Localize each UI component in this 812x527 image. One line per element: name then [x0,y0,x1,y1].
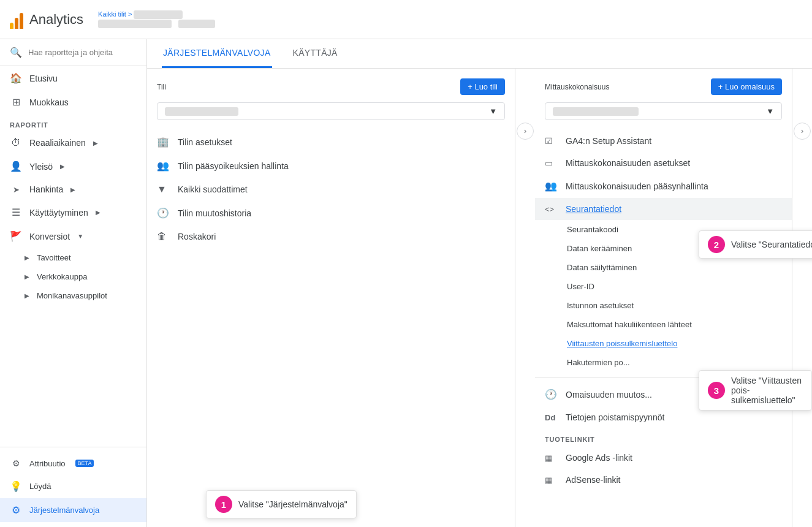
create-omaisuus-button[interactable]: + Luo omaisuus [711,78,782,95]
mittauskokonaisuuden-pasynhallinta-item[interactable]: 👥 Mittauskokonaisuuden pääsynhallinta [535,174,792,198]
sidebar-item-label: Verkkokauppa [37,272,87,281]
sidebar-item-label: Reaaliaikainen [29,138,86,148]
sidebar-item-label: Löydä [29,482,51,491]
home-icon: 🏠 [10,72,22,84]
tilin-paasyoikeuksien-hallinta-item[interactable]: 👥 Tilin pääsyoikeuksien hallinta [147,154,515,178]
seurantatiedot-item[interactable]: <> Seurantatiedot [535,198,792,220]
chevron-down-icon: ▼ [489,107,497,116]
breadcrumb-link[interactable]: Kaikki tilit > [98,10,132,18]
annotation-number-1: 1 [215,496,232,513]
chevron-down-icon: ▼ [766,107,774,116]
viittausten-poissulkemisluettelo-item[interactable]: Viittausten poissulkemisluettelo [535,334,792,353]
chevron-right-icon: ▶ [70,186,75,193]
sidebar-item-label: Konversiot [29,232,70,241]
history-icon2: 🕐 [545,389,558,400]
acquisition-icon: ➤ [10,185,22,194]
sidebar-item-jarjestelmänvalvoja[interactable]: ⚙ Järjestelmänvalvoja [0,498,146,522]
top-bar: Analytics Kaikki tilit > [0,0,812,39]
sidebar-item-yleiso[interactable]: 👤 Yleisö ▶ [0,154,146,178]
property-name [98,19,215,29]
tabs-bar: JÄRJESTELMÄNVALVOJA KÄYTTÄJÄ [147,39,812,69]
sidebar-item-konversiot[interactable]: 🚩 Konversiot ▼ [0,224,146,248]
adsense-linkit-item[interactable]: ▦ AdSense-linkit [535,469,792,491]
breadcrumb-top: Kaikki tilit > [98,10,215,19]
annotation-bubble-1: 1 Valitse "Järjestelmänvalvoja" [206,490,357,518]
menu-item-label: Tilin asetukset [178,137,232,147]
column-divider-1: › [515,69,535,527]
property-name-blurred [98,20,172,28]
istunnon-asetukset-item[interactable]: Istunnon asetukset [535,296,792,315]
sidebar-nav: 🏠 Etusivu ⊞ Muokkaus RAPORTIT ⏱ Reaaliai… [0,66,146,447]
mittauskokonaisuus-column: Mittauskokonaisuus + Luo omaisuus ▼ ☑ GA… [535,69,792,527]
sidebar-item-muokkaus[interactable]: ⊞ Muokkaus [0,90,146,114]
main-layout: 🔍 🏠 Etusivu ⊞ Muokkaus RAPORTIT ⏱ Reaali… [0,39,812,527]
chevron-right-icon: ▶ [25,273,29,280]
seurantatiedot-link[interactable]: Seurantatiedot [566,204,621,214]
tili-column-header: Tili + Luo tili [147,78,515,102]
conversions-icon: 🚩 [10,230,22,242]
kaikki-suodattimet-item[interactable]: ▼ Kaikki suodattimet [147,178,515,201]
filter-icon: ▼ [157,184,170,195]
history-icon: 🕐 [157,207,170,219]
search-icon: 🔍 [10,47,22,58]
forward-arrow-button[interactable]: › [517,123,534,140]
search-input[interactable] [28,48,137,57]
annotation-1-container: 1 Valitse "Järjestelmänvalvoja" [206,490,357,518]
realtime-icon: ⏱ [10,137,22,148]
mittauskokonaisuuden-asetukset-item[interactable]: ▭ Mittauskokonaisuuden asetukset [535,152,792,174]
konversiot-children: ▶ Tavoitteet ▶ Verkkokauppa ▶ Monikanava… [0,248,146,305]
sidebar-item-label: Muokkaus [29,97,69,107]
sidebar-search[interactable]: 🔍 [0,39,146,66]
sidebar: 🔍 🏠 Etusivu ⊞ Muokkaus RAPORTIT ⏱ Reaali… [0,39,147,527]
delete-data-icon: Dd [545,413,558,422]
annotation-bubble-3: 3 Valitse "Viittausten pois- sulkemislue… [699,370,812,411]
annotation-number-3: 3 [708,382,725,399]
menu-item-label: Google Ads -linkit [566,453,632,463]
google-ads-icon: ▦ [545,453,558,463]
sidebar-item-label: Yleisö [29,162,53,172]
sidebar-item-label: Hankinta [29,184,63,194]
chevron-right-icon: ▶ [25,292,29,299]
mittauskokonaisuus-dropdown[interactable]: ▼ [545,102,782,120]
sidebar-item-hankinta[interactable]: ➤ Hankinta ▶ [0,178,146,200]
tilin-muutoshistoria-item[interactable]: 🕐 Tilin muutoshistoria [147,201,515,225]
sidebar-item-monikanavasuppilot[interactable]: ▶ Monikanavasuppilot [15,286,146,305]
settings-page-icon: ▭ [545,158,558,168]
ga4-setup-assistant-item[interactable]: ☑ GA4:n Setup Assistant [535,130,792,152]
edit-icon: ⊞ [10,96,22,108]
hakutermien-po-item[interactable]: Hakutermien po... [535,353,792,372]
checkbox-icon: ☑ [545,136,558,146]
sidebar-item-tavoitteet[interactable]: ▶ Tavoitteet [15,248,146,267]
sidebar-item-etusivu[interactable]: 🏠 Etusivu [0,66,146,90]
menu-item-label: Omaisuuden muutos... [566,390,652,400]
roskakori-item[interactable]: 🗑 Roskakori [147,225,515,248]
sidebar-item-kayttaytyminen[interactable]: ☰ Käyttäytyminen ▶ [0,200,146,224]
google-ads-linkit-item[interactable]: ▦ Google Ads -linkit [535,447,792,469]
menu-item-label: Roskakori [178,232,216,241]
menu-item-label: Mittauskokonaisuuden asetukset [566,158,690,168]
sidebar-item-attribuutio[interactable]: ⚙ Attribuutio BETA [0,452,146,474]
sidebar-item-label: Etusivu [29,74,58,83]
chevron-right-icon: ▶ [25,254,29,261]
admin-icon: ⚙ [10,504,22,516]
sidebar-item-reaaliaikainen[interactable]: ⏱ Reaaliaikainen ▶ [0,131,146,154]
tili-dropdown[interactable]: ▼ [157,102,505,120]
forward-arrow-button-2[interactable]: › [794,123,811,140]
tilin-asetukset-item[interactable]: 🏢 Tilin asetukset [147,130,515,154]
user-id-item[interactable]: User-ID [535,277,792,296]
sidebar-item-loyda[interactable]: 💡 Löydä [0,474,146,498]
tab-kayttaja[interactable]: KÄYTTÄJÄ [292,39,339,68]
create-tili-button[interactable]: + Luo tili [460,78,505,95]
annotation-text-3: Valitse "Viittausten pois- sulkemisluett… [731,376,803,405]
content-wrapper: JÄRJESTELMÄNVALVOJA KÄYTTÄJÄ Tili + Luo … [147,39,812,527]
datan-sailyttaminen-item[interactable]: Datan säilyttäminen [535,258,792,277]
behavior-icon: ☰ [10,207,22,218]
tuotelinkit-label: TUOTELINKIT [535,428,792,447]
menu-item-label: Mittauskokonaisuuden pääsynhallinta [566,181,708,191]
sidebar-item-verkkokauppa[interactable]: ▶ Verkkokauppa [15,267,146,286]
maksuttomat-hakuliikenteen-lahteet-item[interactable]: Maksuttomat hakuliikenteen lähteet [535,315,792,334]
users-icon: 👥 [157,160,170,172]
admin-columns: Tili + Luo tili ▼ 🏢 Tilin asetukset 👥 [147,69,812,527]
tab-jarjestelmänvalvoja[interactable]: JÄRJESTELMÄNVALVOJA [162,39,272,68]
mittauskokonaisuus-title: Mittauskokonaisuus [545,83,609,91]
